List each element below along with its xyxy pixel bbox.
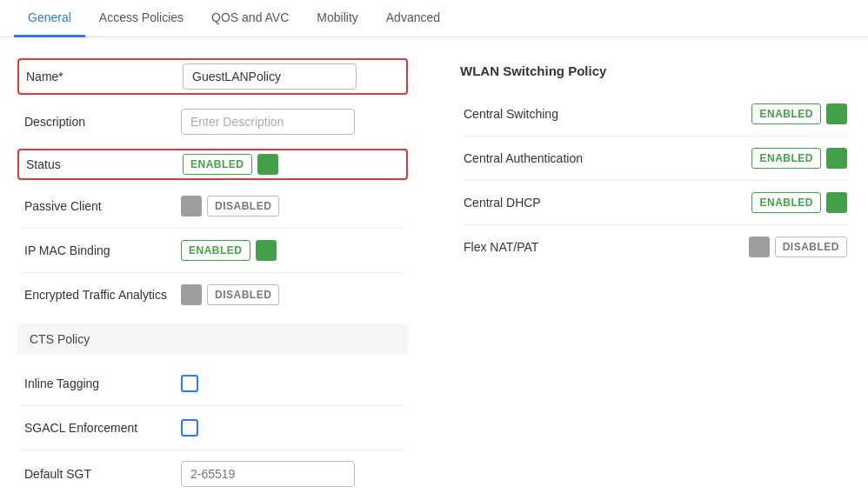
description-control <box>181 109 401 135</box>
default-sgt-row: Default SGT <box>17 450 408 497</box>
central-switching-enabled-label: ENABLED <box>751 103 821 124</box>
eta-toggle-square <box>181 284 202 305</box>
ip-mac-label: IP MAC Binding <box>24 243 181 257</box>
status-enabled-label: ENABLED <box>183 154 252 175</box>
central-auth-row: Central Authentication ENABLED <box>460 137 851 180</box>
flex-nat-control: DISABLED <box>749 237 847 257</box>
central-dhcp-control: ENABLED <box>751 192 847 213</box>
name-row: Name* <box>26 63 399 90</box>
default-sgt-input[interactable] <box>181 461 355 487</box>
central-dhcp-toggle-square <box>826 192 847 213</box>
sgacl-row: SGACL Enforcement <box>17 406 408 450</box>
sgacl-checkbox[interactable] <box>181 419 198 437</box>
wlan-section-title: WLAN Switching Policy <box>460 55 851 92</box>
inline-tagging-row: Inline Tagging <box>17 362 408 405</box>
ip-mac-enabled-label: ENABLED <box>181 240 250 261</box>
name-control <box>183 63 399 90</box>
ip-mac-toggle[interactable]: ENABLED <box>181 240 277 261</box>
central-switching-control: ENABLED <box>751 103 847 124</box>
flex-nat-row: Flex NAT/PAT DISABLED <box>460 225 851 269</box>
passive-client-row: Passive Client DISABLED <box>17 184 408 228</box>
central-auth-enabled-label: ENABLED <box>751 148 821 169</box>
right-panel: WLAN Switching Policy Central Switching … <box>443 55 851 497</box>
tab-qos-avc[interactable]: QOS and AVC <box>197 0 303 37</box>
passive-client-label: Passive Client <box>24 199 181 213</box>
central-switching-label: Central Switching <box>464 107 751 121</box>
central-switching-toggle-square <box>826 103 847 124</box>
central-dhcp-toggle[interactable]: ENABLED <box>751 192 847 213</box>
sgacl-control <box>181 419 401 437</box>
description-label: Description <box>24 115 181 129</box>
name-label: Name* <box>26 70 183 83</box>
tab-mobility[interactable]: Mobility <box>303 0 371 37</box>
central-dhcp-row: Central DHCP ENABLED <box>460 181 851 224</box>
flex-nat-toggle[interactable]: DISABLED <box>749 237 847 257</box>
inline-tagging-label: Inline Tagging <box>24 377 181 390</box>
passive-client-toggle[interactable]: DISABLED <box>181 196 279 217</box>
flex-nat-disabled-label: DISABLED <box>775 237 847 257</box>
description-row: Description <box>17 98 408 145</box>
central-auth-toggle-square <box>826 148 847 169</box>
central-auth-label: Central Authentication <box>464 151 751 165</box>
eta-disabled-label: DISABLED <box>207 284 279 305</box>
status-control: ENABLED <box>183 154 399 175</box>
name-row-wrapper: Name* <box>17 58 408 95</box>
central-dhcp-label: Central DHCP <box>464 196 751 210</box>
eta-control: DISABLED <box>181 284 401 305</box>
eta-toggle[interactable]: DISABLED <box>181 284 279 305</box>
tab-bar: General Access Policies QOS and AVC Mobi… <box>0 0 868 37</box>
passive-client-control: DISABLED <box>181 196 401 217</box>
cts-section-header: CTS Policy <box>17 323 408 355</box>
description-input[interactable] <box>181 109 355 135</box>
central-auth-toggle[interactable]: ENABLED <box>751 148 847 169</box>
tab-access-policies[interactable]: Access Policies <box>85 0 197 37</box>
main-content: Name* Description Status ENABLED <box>0 37 868 500</box>
eta-label: Encrypted Traffic Analytics <box>24 288 181 302</box>
central-switching-toggle[interactable]: ENABLED <box>751 103 847 124</box>
tab-general[interactable]: General <box>14 0 85 37</box>
central-auth-control: ENABLED <box>751 148 847 169</box>
ip-mac-toggle-square <box>256 240 277 261</box>
status-label: Status <box>26 157 183 171</box>
passive-client-disabled-label: DISABLED <box>207 196 279 217</box>
name-input[interactable] <box>183 63 357 90</box>
inline-tagging-checkbox[interactable] <box>181 375 198 392</box>
flex-nat-toggle-square <box>749 237 770 257</box>
tab-advanced[interactable]: Advanced <box>372 0 454 37</box>
flex-nat-label: Flex NAT/PAT <box>464 240 749 254</box>
default-sgt-label: Default SGT <box>24 467 181 481</box>
inline-tagging-control <box>181 375 401 392</box>
default-sgt-control <box>181 461 401 487</box>
eta-row: Encrypted Traffic Analytics DISABLED <box>17 273 408 317</box>
status-toggle[interactable]: ENABLED <box>183 154 278 175</box>
status-toggle-square <box>257 154 278 175</box>
central-switching-row: Central Switching ENABLED <box>460 92 851 136</box>
ip-mac-row: IP MAC Binding ENABLED <box>17 229 408 272</box>
central-dhcp-enabled-label: ENABLED <box>751 192 821 213</box>
sgacl-label: SGACL Enforcement <box>24 421 181 435</box>
ip-mac-control: ENABLED <box>181 240 401 261</box>
passive-client-toggle-square <box>181 196 202 217</box>
status-row-wrapper: Status ENABLED <box>17 149 408 180</box>
left-panel: Name* Description Status ENABLED <box>17 55 408 497</box>
